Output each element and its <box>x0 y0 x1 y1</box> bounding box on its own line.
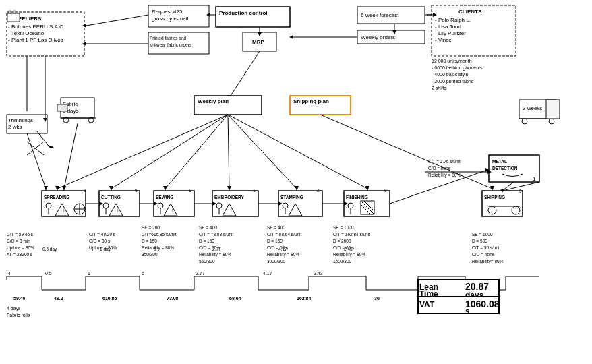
spreading-num: ! <box>63 208 65 213</box>
spread-uptime: Uptime = 80% <box>7 245 34 251</box>
forecast-label: 6-week forecast <box>361 12 399 18</box>
fin-co: D = 2000 <box>333 239 351 243</box>
spreading-num-badge: 8 <box>84 188 86 193</box>
client-1: - Polo Ralph L. <box>435 17 471 23</box>
md-rel: Reliability = 80% <box>428 173 461 178</box>
sewing-badge: 1 <box>189 188 191 193</box>
stmp-co2: C/O = 60 s <box>267 245 289 250</box>
cut-co: C/O = 30 s <box>89 239 111 243</box>
spread-at: AT = 28200 s <box>7 252 33 257</box>
svg-line-44 <box>228 115 229 189</box>
ship-ct: C/T = 30 s/unit <box>472 245 501 250</box>
days-4: 4 <box>8 271 11 276</box>
client-stat-2: - 6000 fashion garments <box>432 65 483 71</box>
svg-marker-41 <box>109 186 113 191</box>
three-weeks-label: 3 weeks <box>523 105 542 111</box>
embroidery-warn: ! <box>231 208 232 213</box>
svg-marker-8 <box>289 35 293 39</box>
mrp-label: MRP <box>252 39 264 45</box>
time-73: 73.08 <box>167 296 179 301</box>
ship-rel: Reliability= 80% <box>472 259 504 264</box>
ship-d: D = 500 <box>472 239 487 243</box>
fin-se: SE = 1000 <box>333 225 354 230</box>
spreading-label: SPREADING <box>44 195 70 200</box>
client-3: - Lily Pulitzer <box>435 30 466 36</box>
emb-rel: Reliability = 80% <box>199 252 231 257</box>
spread-ct: C/T = 59.46 s <box>7 232 34 237</box>
sewing-label: SEWING <box>156 195 173 200</box>
ship-se: SE = 1000 <box>472 232 493 237</box>
cut-uptime: Uptime = 80% <box>89 245 117 251</box>
fabric-rolls: Fabric rolls <box>7 313 30 317</box>
days-4.17: 4.17 <box>263 271 272 276</box>
vat-s: s <box>465 307 470 316</box>
request-line2: gross by e-mail <box>152 16 188 22</box>
days-1: 1 <box>88 271 90 276</box>
trimmings-label-1: Trimmings <box>8 117 33 123</box>
spread-co: C/O = 3 min <box>7 239 30 243</box>
trimmings-label-2: 2 wks <box>8 124 22 130</box>
time-59: 59.46 <box>13 296 26 301</box>
metal-detection-label-2: DETECTION <box>492 166 518 171</box>
svg-marker-30 <box>47 145 54 148</box>
supplier-2: - Textil Océano <box>8 30 45 36</box>
stamping-warn: ! <box>297 208 298 213</box>
svg-line-20 <box>229 51 260 98</box>
emb-se: SE = 400 <box>199 225 217 230</box>
spreading-days: 0.5 day <box>42 247 57 252</box>
initial-days: 4 days <box>7 306 21 311</box>
svg-marker-47 <box>295 186 299 191</box>
fin-rel: Reliability = 80% <box>333 252 365 257</box>
printed-line1: Printed fabrics and <box>150 36 187 40</box>
client-stat-1: 12 000 units/month <box>432 59 472 63</box>
embroidery-label: EMBROIDERY <box>214 195 244 200</box>
svg-line-38 <box>57 115 228 189</box>
diagram: SUPPLIERS - Botones PERU S.A.C - Textil … <box>0 0 592 364</box>
svg-point-35 <box>549 119 554 124</box>
svg-line-40 <box>111 115 228 189</box>
cut-ct: C/T = 49.20 s <box>89 232 116 237</box>
production-control-label: Production control <box>219 10 268 16</box>
cutting-label: CUTTING <box>101 195 121 200</box>
svg-marker-45 <box>227 186 231 191</box>
days-0.5: 0.5 <box>45 271 52 276</box>
emb-ct: C/T = 73.08 s/unit <box>199 232 234 237</box>
embroidery-badge: 1 <box>253 188 256 193</box>
finishing-label: FINISHING <box>346 195 368 200</box>
sew-co: D = 150 <box>142 239 157 243</box>
client-stat-4: - 2000 printed fabric <box>432 79 474 84</box>
fin-ct: C/T = 162.84 s/unit <box>333 232 370 237</box>
svg-marker-43 <box>163 186 167 191</box>
time-30: 30 <box>374 296 380 301</box>
svg-rect-97 <box>57 104 67 111</box>
svg-point-34 <box>522 119 527 124</box>
client-4: - Vince <box>435 37 452 43</box>
stamping-badge: 2 <box>317 188 320 193</box>
sew-rel: Reliability = 80% <box>142 245 174 251</box>
stmp-ct: C/T = 68.64 s/unit <box>267 232 302 237</box>
svg-rect-2 <box>9 11 11 13</box>
fin-extra: 1500/300 <box>333 259 351 264</box>
md-ct: C/T = 2.76 s/unit <box>428 159 461 164</box>
time-49: 49.2 <box>54 296 63 301</box>
supplier-3: - Plant 1 PF Los Olivos <box>8 37 63 43</box>
metal-detection-label-1: METAL <box>492 159 507 164</box>
time-162: 162.84 <box>297 296 312 301</box>
emb-extra: 550/300 <box>199 259 215 264</box>
stmp-rel: Reliability = 80% <box>267 252 299 257</box>
client-2: - Lisa Tood <box>435 24 461 30</box>
days-6: 6 <box>142 271 144 276</box>
svg-marker-101 <box>44 186 48 191</box>
stamping-label: STAMPING <box>280 195 303 200</box>
weekly-plan-label: Weekly plan <box>198 98 229 104</box>
cutting-badge: 6 <box>135 188 138 193</box>
svg-line-14 <box>86 15 148 26</box>
stmp-co: D = 150 <box>267 239 283 243</box>
days-2.77: 2.77 <box>196 271 205 276</box>
time-616: 616.86 <box>102 296 117 301</box>
shipping-plan-label: Shipping plan <box>293 98 329 104</box>
metal-detection-num: 1 <box>533 176 536 182</box>
vat-label: VAT <box>419 300 435 309</box>
cutting-num: ! <box>117 208 119 213</box>
svg-marker-49 <box>365 186 369 191</box>
